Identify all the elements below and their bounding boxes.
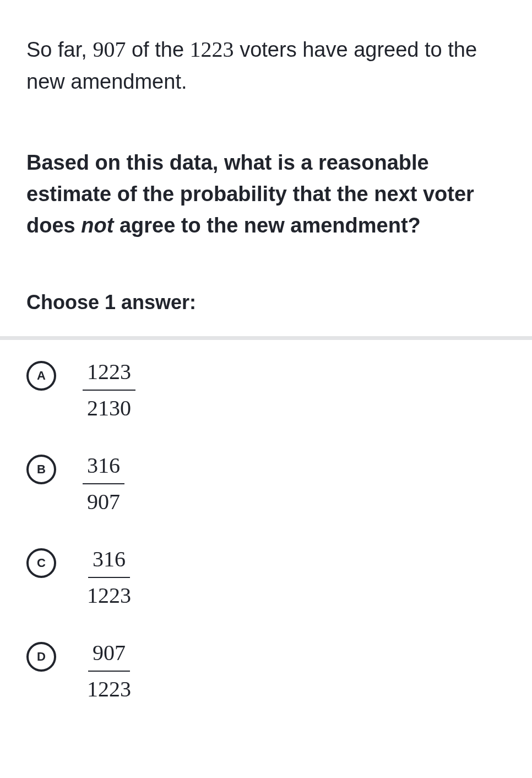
fraction-c-numerator: 316 xyxy=(88,544,130,578)
question-prompt: Based on this data, what is a reasonable… xyxy=(26,147,506,241)
question-part2: agree to the new amendment? xyxy=(113,214,420,237)
fraction-d-numerator: 907 xyxy=(88,637,130,672)
problem-prefix: So far, xyxy=(26,38,93,61)
fraction-b-numerator: 316 xyxy=(83,450,124,484)
fraction-a: 1223 2130 xyxy=(83,356,135,424)
radio-letter-b: B xyxy=(37,462,46,477)
radio-letter-d: D xyxy=(37,650,46,664)
answer-option-c[interactable]: C 316 1223 xyxy=(26,544,506,611)
radio-b[interactable]: B xyxy=(26,455,56,484)
radio-a[interactable]: A xyxy=(26,361,56,391)
radio-c[interactable]: C xyxy=(26,548,56,578)
radio-letter-a: A xyxy=(37,369,46,383)
fraction-b: 316 907 xyxy=(83,450,124,517)
fraction-d-denominator: 1223 xyxy=(83,672,135,705)
problem-statement: So far, 907 of the 1223 voters have agre… xyxy=(26,33,506,98)
question-emphasis: not xyxy=(81,214,113,237)
fraction-c-denominator: 1223 xyxy=(83,578,135,611)
answer-option-a[interactable]: A 1223 2130 xyxy=(26,356,506,424)
problem-number-2: 1223 xyxy=(190,37,234,62)
fraction-d: 907 1223 xyxy=(83,637,135,705)
fraction-a-numerator: 1223 xyxy=(83,356,135,391)
problem-mid: of the xyxy=(126,38,189,61)
answer-option-d[interactable]: D 907 1223 xyxy=(26,637,506,705)
problem-number-1: 907 xyxy=(93,37,126,62)
answer-option-b[interactable]: B 316 907 xyxy=(26,450,506,517)
fraction-a-denominator: 2130 xyxy=(83,391,135,424)
radio-letter-c: C xyxy=(37,556,46,570)
fraction-b-denominator: 907 xyxy=(83,484,124,517)
fraction-c: 316 1223 xyxy=(83,544,135,611)
section-divider xyxy=(0,336,532,340)
radio-d[interactable]: D xyxy=(26,642,56,672)
choose-label: Choose 1 answer: xyxy=(26,291,506,314)
